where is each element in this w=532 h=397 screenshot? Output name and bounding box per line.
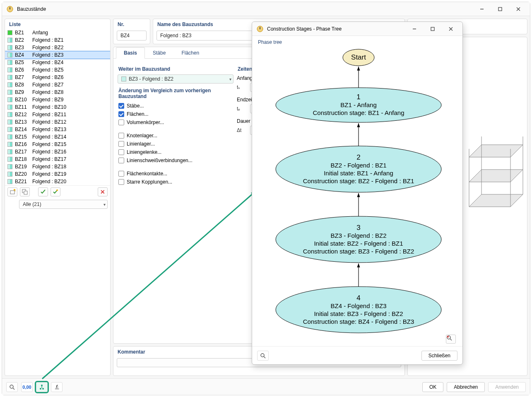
- checkbox-row[interactable]: Stäbe...: [118, 102, 234, 110]
- svg-text:BZ3 - Folgend : BZ2: BZ3 - Folgend : BZ2: [330, 232, 386, 239]
- tab-staebe[interactable]: Stäbe: [145, 47, 173, 58]
- checkbox-row[interactable]: Linienlager...: [118, 140, 234, 148]
- list-view[interactable]: BZ1AnfangBZ2Folgend : BZ1BZ3Folgend : BZ…: [5, 29, 110, 185]
- list-row[interactable]: BZ11Folgend : BZ10: [5, 103, 110, 111]
- list-row[interactable]: BZ2Folgend : BZ1: [5, 36, 110, 44]
- list-row[interactable]: BZ13Folgend : BZ12: [5, 118, 110, 126]
- checkbox-row[interactable]: Flächenkontakte...: [118, 170, 234, 178]
- popup-close-button[interactable]: [443, 24, 458, 34]
- list-row[interactable]: BZ15Folgend : BZ14: [5, 133, 110, 141]
- checkbox-icon[interactable]: [118, 179, 124, 185]
- list-row-name: Anfang: [32, 30, 48, 36]
- checkbox-row[interactable]: Knotenlager...: [118, 132, 234, 140]
- main-footer: 0,00 f͟ᵢ OK Abbrechen Anwenden: [2, 378, 530, 395]
- svg-text:BZ4 - Folgend : BZ3: BZ4 - Folgend : BZ3: [330, 302, 386, 309]
- list-row[interactable]: BZ17Folgend : BZ16: [5, 148, 110, 155]
- tab-flaechen[interactable]: Flächen: [173, 47, 207, 58]
- list-row-name: Folgend : BZ16: [32, 149, 66, 155]
- check-group-1-button[interactable]: [38, 187, 48, 196]
- list-row[interactable]: BZ3Folgend : BZ2: [5, 44, 110, 51]
- popup-minimize-button[interactable]: [407, 24, 422, 34]
- svg-text:Initial state: BZ1 - Anfang: Initial state: BZ1 - Anfang: [324, 170, 393, 177]
- svg-line-60: [450, 339, 452, 340]
- units-button[interactable]: 0,00: [21, 382, 33, 392]
- duplicate-item-button[interactable]: [20, 187, 30, 196]
- list-row-code: BZ8: [15, 82, 30, 88]
- delete-item-button[interactable]: ✕: [98, 187, 108, 196]
- checkbox-icon[interactable]: [118, 171, 124, 177]
- maximize-button[interactable]: [493, 4, 508, 14]
- close-button[interactable]: [511, 4, 526, 14]
- checkbox-icon[interactable]: [118, 141, 124, 147]
- color-swatch-icon: [7, 120, 12, 124]
- list-row[interactable]: BZ14Folgend : BZ13: [5, 126, 110, 133]
- list-row-name: Folgend : BZ6: [32, 74, 63, 80]
- continue-combo[interactable]: BZ3 - Folgend : BZ2 ▾: [118, 74, 234, 84]
- list-row[interactable]: BZ16Folgend : BZ15: [5, 141, 110, 148]
- svg-rect-31: [431, 27, 434, 31]
- popup-maximize-button[interactable]: [425, 24, 440, 34]
- list-row[interactable]: BZ20Folgend : BZ19: [5, 170, 110, 178]
- checkbox-icon[interactable]: [118, 111, 124, 117]
- phase-tree-canvas[interactable]: Start1BZ1 - AnfangConstruction stage: BZ…: [258, 45, 458, 346]
- checkbox-icon[interactable]: [118, 120, 124, 125]
- reset-zoom-button[interactable]: [446, 335, 456, 344]
- cancel-button[interactable]: Abbrechen: [447, 382, 485, 392]
- checkbox-row[interactable]: Liniengelenke...: [118, 148, 234, 156]
- list-row[interactable]: BZ8Folgend : BZ7: [5, 81, 110, 88]
- color-swatch-icon: [7, 67, 12, 72]
- main-title: Bauzustände: [17, 6, 46, 12]
- help-button[interactable]: [6, 382, 18, 392]
- checkbox-label: Flächen...: [127, 111, 149, 117]
- svg-point-29: [260, 29, 260, 29]
- list-row[interactable]: BZ21Folgend : BZ20: [5, 178, 110, 185]
- list-row-name: Folgend : BZ10: [32, 104, 66, 110]
- svg-point-21: [41, 385, 43, 386]
- new-item-button[interactable]: [7, 187, 17, 196]
- checkbox-icon[interactable]: [118, 149, 124, 155]
- list-row-name: Folgend : BZ14: [32, 134, 66, 140]
- apply-button[interactable]: Anwenden: [488, 382, 526, 392]
- tab-basis[interactable]: Basis: [116, 47, 145, 59]
- popup-help-button[interactable]: [257, 351, 269, 361]
- list-filter-value: Alle (21): [23, 201, 41, 207]
- phase-tree-button[interactable]: [36, 382, 48, 392]
- list-row-code: BZ2: [15, 37, 30, 43]
- list-row[interactable]: BZ12Folgend : BZ11: [5, 111, 110, 118]
- list-filter-combo[interactable]: Alle (21) ▾: [19, 200, 108, 209]
- checkbox-row[interactable]: Linienschweißverbindungen...: [118, 156, 234, 165]
- svg-point-24: [42, 388, 44, 390]
- list-row[interactable]: BZ9Folgend : BZ8: [5, 88, 110, 96]
- checkbox-label: Knotenlager...: [127, 133, 157, 139]
- list-row[interactable]: BZ1Anfang: [5, 29, 110, 36]
- list-row-code: BZ7: [15, 74, 30, 80]
- list-row[interactable]: BZ6Folgend : BZ5: [5, 66, 110, 74]
- checkbox-row[interactable]: Flächen...: [118, 110, 234, 118]
- list-row[interactable]: BZ10Folgend : BZ9: [5, 96, 110, 103]
- nr-field[interactable]: BZ4: [117, 31, 147, 41]
- list-row[interactable]: BZ5Folgend : BZ4: [5, 59, 110, 66]
- list-row-code: BZ19: [15, 164, 30, 170]
- checkbox-label: Linienschweißverbindungen...: [127, 158, 193, 163]
- checkbox-icon[interactable]: [118, 133, 124, 139]
- checkbox-icon[interactable]: [118, 158, 124, 163]
- list-row[interactable]: BZ18Folgend : BZ17: [5, 155, 110, 163]
- popup-close-action-button[interactable]: Schließen: [421, 351, 457, 361]
- list-row[interactable]: BZ19Folgend : BZ18: [5, 163, 110, 170]
- checkbox-row[interactable]: Starre Kopplungen...: [118, 178, 234, 186]
- list-row-code: BZ12: [15, 112, 30, 117]
- color-swatch-icon: [7, 105, 12, 110]
- list-row-name: Folgend : BZ19: [32, 171, 66, 177]
- checkbox-icon[interactable]: [118, 103, 124, 109]
- check-group-2-button[interactable]: [51, 187, 60, 196]
- checkbox-label: Volumenkörper...: [127, 120, 164, 125]
- list-row-code: BZ15: [15, 134, 30, 140]
- minimize-button[interactable]: [474, 4, 489, 14]
- color-swatch-icon: [7, 60, 12, 65]
- ok-button[interactable]: OK: [422, 382, 443, 392]
- list-row[interactable]: BZ7Folgend : BZ6: [5, 74, 110, 81]
- list-row[interactable]: BZ4Folgend : BZ3: [5, 51, 110, 59]
- checkbox-row[interactable]: Volumenkörper...: [118, 118, 234, 127]
- script-button[interactable]: f͟ᵢ: [51, 382, 63, 392]
- list-filter-row: Alle (21) ▾: [5, 198, 110, 212]
